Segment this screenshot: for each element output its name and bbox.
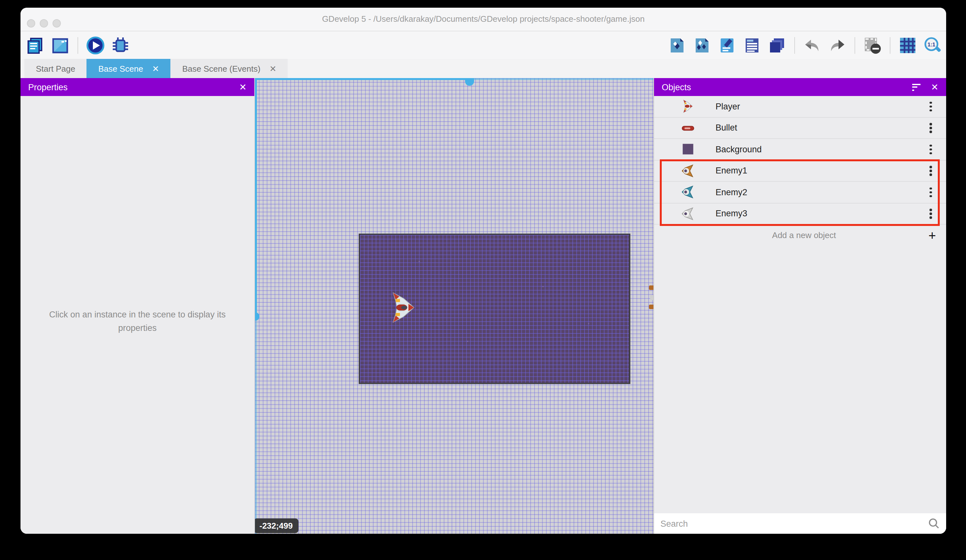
- object-menu-icon[interactable]: [930, 187, 932, 197]
- object-label: Enemy2: [716, 188, 930, 197]
- project-manager-icon[interactable]: [26, 36, 45, 55]
- toolbar-separator: [854, 37, 855, 54]
- tab-base-scene[interactable]: Base Scene ✕: [87, 59, 171, 78]
- object-row-enemy2[interactable]: Enemy2: [654, 182, 946, 203]
- object-groups-icon[interactable]: [692, 36, 712, 55]
- object-label: Background: [716, 145, 930, 154]
- title-bar: GDevelop 5 - /Users/dkarakay/Documents/G…: [20, 8, 946, 31]
- search-input[interactable]: [654, 518, 928, 529]
- objects-search-bar: [654, 513, 946, 534]
- enemy-instance-partial[interactable]: [650, 295, 654, 300]
- search-icon[interactable]: [928, 518, 940, 529]
- redo-icon[interactable]: [828, 36, 847, 55]
- properties-empty-message: Click on an instance in the scene to dis…: [33, 308, 242, 336]
- vertical-scrollbar-track[interactable]: [255, 316, 257, 534]
- object-menu-icon[interactable]: [930, 102, 932, 111]
- enemy3-thumbnail: [681, 207, 695, 221]
- zoom-1-1-icon[interactable]: 1:1: [923, 36, 942, 55]
- screenshot-stage: GDevelop 5 - /Users/dkarakay/Documents/G…: [0, 0, 966, 560]
- objects-panel-header: Objects ✕: [654, 78, 946, 96]
- enemy2-thumbnail: [681, 185, 695, 199]
- background-thumbnail: [681, 142, 695, 157]
- enemy1-thumbnail: [681, 164, 695, 178]
- player-thumbnail: [681, 100, 695, 114]
- toolbar-separator: [77, 37, 78, 54]
- toolbar-separator: [890, 37, 890, 54]
- add-object-row[interactable]: Add a new object +: [654, 224, 946, 246]
- filter-icon[interactable]: [912, 82, 921, 92]
- tab-label: Base Scene: [99, 64, 143, 73]
- object-row-bullet[interactable]: Bullet: [654, 118, 946, 139]
- app-window: GDevelop 5 - /Users/dkarakay/Documents/G…: [20, 8, 946, 534]
- object-label: Enemy3: [716, 209, 930, 219]
- panel-title: Objects: [654, 82, 912, 92]
- debug-icon[interactable]: [111, 36, 130, 55]
- close-panel-icon[interactable]: ✕: [931, 82, 946, 92]
- object-label: Bullet: [716, 123, 930, 133]
- tab-base-scene-events[interactable]: Base Scene (Events) ✕: [171, 59, 288, 78]
- undo-icon[interactable]: [803, 36, 822, 55]
- properties-panel-header: Properties ✕: [20, 78, 254, 96]
- vertical-scrollbar-thumb[interactable]: [255, 312, 260, 321]
- object-row-player[interactable]: Player: [654, 96, 946, 118]
- close-tab-icon[interactable]: ✕: [269, 64, 276, 73]
- enemy-instance-partial[interactable]: [649, 285, 654, 290]
- play-button[interactable]: [86, 36, 105, 55]
- toggle-window-mask-icon[interactable]: [863, 36, 882, 55]
- player-instance[interactable]: [391, 291, 416, 324]
- object-menu-icon[interactable]: [930, 123, 932, 133]
- object-menu-icon[interactable]: [930, 209, 932, 219]
- instances-list-icon[interactable]: [743, 36, 762, 55]
- objects-panel: Objects ✕: [654, 78, 946, 534]
- tab-label: Base Scene (Events): [182, 64, 260, 73]
- properties-panel: Properties ✕ Click on an instance in the…: [20, 78, 255, 534]
- object-menu-icon[interactable]: [930, 166, 932, 176]
- bullet-thumbnail: [681, 121, 695, 135]
- tab-bar: Start Page Base Scene ✕ Base Scene (Even…: [20, 59, 946, 78]
- object-label: Enemy1: [716, 166, 930, 176]
- window-title: GDevelop 5 - /Users/dkarakay/Documents/G…: [20, 8, 946, 31]
- objects-editor-icon[interactable]: [667, 36, 687, 55]
- scene-window-icon[interactable]: [51, 36, 70, 55]
- object-row-background[interactable]: Background: [654, 139, 946, 160]
- scene-canvas[interactable]: -232;499: [255, 78, 654, 534]
- tab-start-page[interactable]: Start Page: [25, 59, 87, 78]
- close-tab-icon[interactable]: ✕: [152, 64, 159, 73]
- toolbar-separator: [794, 37, 795, 54]
- toggle-grid-icon[interactable]: [898, 36, 917, 55]
- main-toolbar: 1:1: [20, 31, 946, 59]
- object-label: Player: [716, 102, 930, 111]
- horizontal-scrollbar-thumb[interactable]: [465, 78, 474, 86]
- layers-icon[interactable]: [767, 36, 787, 55]
- cursor-coordinates-badge: -232;499: [255, 518, 299, 533]
- close-panel-icon[interactable]: ✕: [239, 82, 254, 92]
- svg-text:1:1: 1:1: [928, 41, 936, 47]
- horizontal-scrollbar-track[interactable]: [470, 78, 654, 80]
- properties-editor-icon[interactable]: [718, 36, 737, 55]
- object-row-enemy3[interactable]: Enemy3: [654, 203, 946, 224]
- tab-label: Start Page: [36, 64, 75, 73]
- horizontal-scrollbar-track[interactable]: [255, 78, 470, 80]
- enemy-instance-partial[interactable]: [649, 305, 654, 309]
- object-row-enemy1[interactable]: Enemy1: [654, 160, 946, 182]
- main-area: Properties ✕ Click on an instance in the…: [20, 78, 946, 534]
- panel-title: Properties: [20, 82, 239, 92]
- add-object-label: Add a new object: [654, 231, 928, 240]
- objects-list: Player Bullet: [654, 96, 946, 224]
- vertical-scrollbar-track[interactable]: [255, 78, 257, 316]
- object-menu-icon[interactable]: [930, 144, 932, 154]
- add-object-icon[interactable]: +: [928, 229, 936, 242]
